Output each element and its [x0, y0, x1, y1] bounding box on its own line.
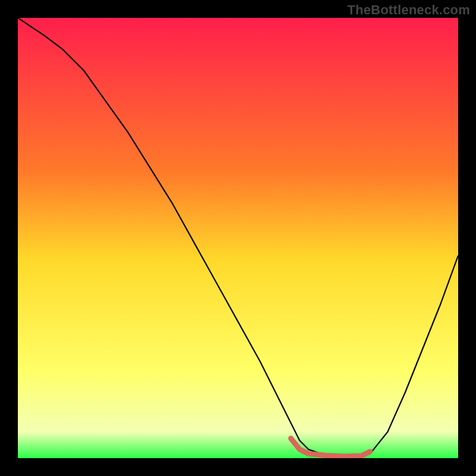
- chart-frame: TheBottleneck.com: [0, 0, 476, 476]
- watermark-label: TheBottleneck.com: [347, 2, 470, 18]
- chart-background-gradient: [18, 18, 458, 458]
- chart-svg: [18, 18, 458, 458]
- chart-plot-area: [18, 18, 458, 458]
